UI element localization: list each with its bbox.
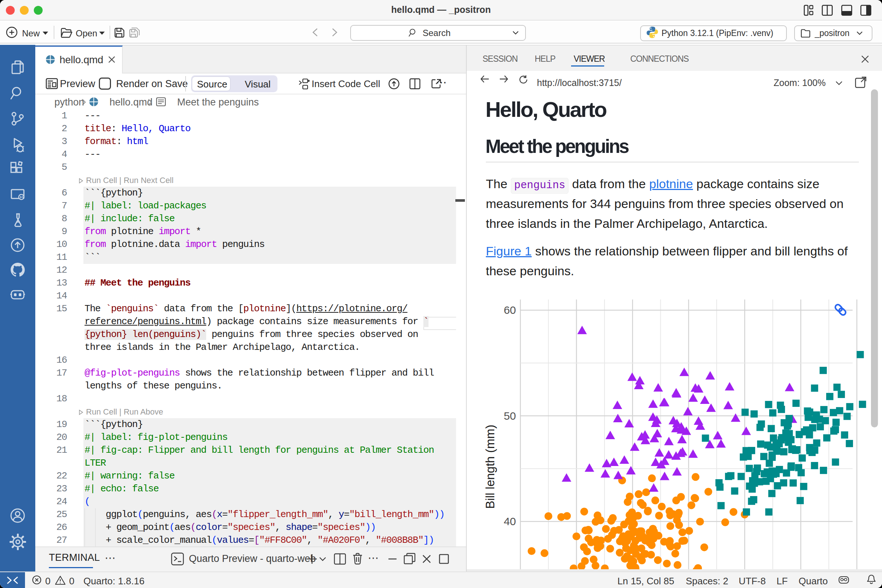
svg-text:50: 50 — [504, 410, 516, 422]
svg-text:40: 40 — [504, 515, 516, 527]
svg-text:60: 60 — [504, 304, 516, 316]
svg-text:Bill length (mm): Bill length (mm) — [483, 424, 497, 508]
